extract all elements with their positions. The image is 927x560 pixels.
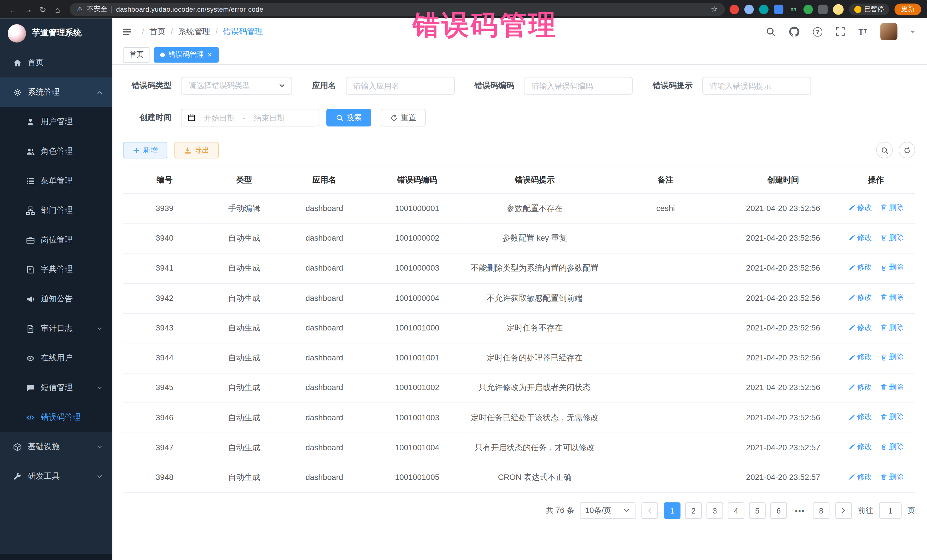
edit-link[interactable]: 修改 [848,202,872,213]
sidebar-item[interactable]: 部门管理 [0,196,112,225]
column-header: 备注 [602,167,729,194]
reset-button[interactable]: 重置 [381,109,426,126]
start-date-input[interactable] [198,113,240,122]
sidebar-item[interactable]: 系统管理 [0,77,112,107]
sidebar-item[interactable]: 在线用户 [0,343,112,373]
add-button[interactable]: 新增 [123,142,167,158]
breadcrumb-item[interactable]: 系统管理 [178,26,210,37]
fullscreen-icon[interactable] [836,27,845,36]
row-error-hint: 参数配置 key 重复 [502,234,567,242]
delete-link[interactable]: 删除 [880,352,904,363]
refresh-table-button[interactable] [899,142,915,158]
page-size-select[interactable]: 10条/页 [580,502,635,519]
edit-link[interactable]: 修改 [848,442,872,452]
goto-suffix: 页 [907,505,915,516]
page-button[interactable]: 6 [770,502,787,519]
date-range-picker[interactable]: - [181,109,319,126]
type-select[interactable]: 请选择错误码类型 [181,77,292,94]
sidebar-item[interactable]: 首页 [0,48,112,77]
github-icon[interactable] [789,26,800,37]
browser-home-icon[interactable] [50,2,65,17]
delete-link[interactable]: 删除 [880,322,904,333]
blue-dot-extension-icon[interactable] [745,5,754,14]
page-button[interactable]: 3 [707,502,723,519]
delete-link[interactable]: 删除 [880,262,904,273]
browser-back-icon[interactable] [6,2,21,17]
tab[interactable]: 错误码管理 [154,47,219,62]
delete-link[interactable]: 删除 [880,471,904,483]
browser-profile-avatar[interactable] [833,4,843,14]
sidebar-item[interactable]: 错误码管理 [0,403,112,432]
error-hint-input[interactable] [702,77,811,94]
sidebar-item[interactable]: 研发工具 [0,461,112,491]
sidebar-item-label: 短信管理 [41,382,73,393]
tab[interactable]: 首页 [123,47,150,62]
show-search-toggle-button[interactable] [876,142,893,158]
sidebar-item[interactable]: 用户管理 [0,107,112,137]
close-icon[interactable] [208,50,212,59]
address-bar[interactable]: 不安全 dashboard.yudao.iocoder.cn/system/er… [70,3,725,16]
puzzle-extension-icon[interactable] [818,5,828,14]
help-icon[interactable] [813,27,822,36]
delete-link[interactable]: 删除 [880,202,904,213]
page-button[interactable]: 8 [813,502,830,519]
sidebar-item[interactable]: 字典管理 [0,255,112,284]
page-button[interactable]: 5 [749,502,766,519]
edit-link[interactable]: 修改 [848,292,872,303]
app-name-input[interactable] [345,77,454,94]
search-button[interactable]: 搜索 [326,109,371,126]
breadcrumb-item[interactable]: 错误码管理 [223,26,263,37]
font-size-icon[interactable] [858,27,867,36]
next-page-button[interactable] [836,502,852,519]
avatar-caret-icon[interactable] [910,30,915,35]
error-code-input[interactable] [524,77,632,94]
prev-page-button[interactable] [641,502,658,519]
update-button[interactable]: 更新 [895,3,921,15]
page-button[interactable]: 1 [664,502,681,519]
sidebar-item[interactable]: 岗位管理 [0,225,112,255]
delete-link[interactable]: 删除 [880,411,904,423]
breadcrumb-item[interactable]: 首页 [149,26,166,37]
update-button-label: 更新 [901,5,915,14]
on-badge-extension-icon[interactable]: on [789,5,798,14]
blue-grid-extension-icon[interactable] [774,5,783,14]
row-app-name: dashboard [305,473,343,482]
export-button[interactable]: 导出 [174,142,219,158]
edit-link[interactable]: 修改 [848,352,872,363]
browser-reload-icon[interactable] [35,2,50,17]
user-avatar[interactable] [880,23,897,40]
hamburger-icon[interactable] [122,26,132,37]
page-button[interactable]: 2 [685,502,702,519]
page-button[interactable]: 4 [728,502,744,519]
green-extension-icon[interactable] [804,5,813,14]
delete-link[interactable]: 删除 [880,442,904,452]
edit-link[interactable]: 修改 [848,381,872,393]
edit-link[interactable]: 修改 [848,411,872,423]
search-icon[interactable] [766,27,775,36]
column-header: 类型 [206,167,282,194]
edit-link[interactable]: 修改 [848,471,872,483]
edit-link[interactable]: 修改 [848,322,872,333]
sidebar-item[interactable]: 基础设施 [0,432,112,461]
page-button[interactable]: ••• [792,502,808,519]
sidebar-item[interactable]: 通知公告 [0,284,112,314]
edit-link[interactable]: 修改 [848,262,872,273]
table-toolbar: 新增 导出 [123,142,915,158]
red-circle-extension-icon[interactable] [729,5,739,14]
browser-forward-icon[interactable] [21,2,36,17]
delete-link[interactable]: 删除 [880,292,904,303]
teal-circle-extension-icon[interactable] [759,5,768,14]
goto-page-input[interactable] [879,502,902,519]
delete-link[interactable]: 删除 [880,381,904,393]
sidebar-item[interactable]: 审计日志 [0,314,112,344]
address-bar-divider [111,6,112,13]
delete-link[interactable]: 删除 [880,232,904,243]
app-logo[interactable]: 芋道管理系统 [0,18,112,48]
paused-badge[interactable]: 已暂停 [849,3,889,15]
sidebar-item[interactable]: 角色管理 [0,137,112,166]
bookmark-star-icon[interactable] [711,5,718,14]
end-date-input[interactable] [248,113,290,122]
sidebar-item[interactable]: 短信管理 [0,373,112,403]
sidebar-item[interactable]: 菜单管理 [0,166,112,196]
edit-link[interactable]: 修改 [848,232,872,243]
